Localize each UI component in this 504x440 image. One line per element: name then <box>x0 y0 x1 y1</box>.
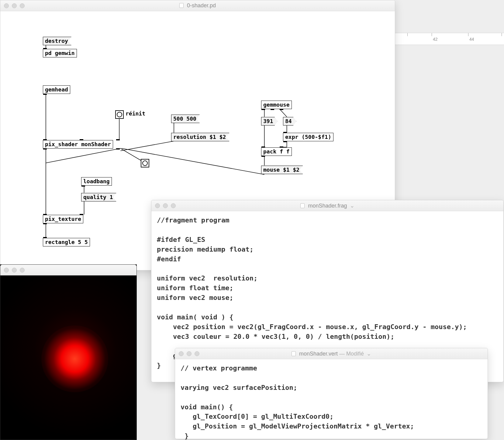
number-mouse-y[interactable]: 84 <box>283 117 296 125</box>
vert-editor-window[interactable]: monShader.vert — Modifié ⌄ // vertex pro… <box>175 348 488 439</box>
bang-reinit[interactable] <box>115 110 124 119</box>
obj-rectangle[interactable]: rectangle 5 5 <box>43 238 90 246</box>
gem-output-window[interactable] <box>0 264 137 440</box>
window-close[interactable] <box>155 203 160 208</box>
obj-gemhead[interactable]: gemhead <box>43 85 70 94</box>
window-close[interactable] <box>4 268 9 273</box>
red-glow <box>41 325 108 392</box>
vert-modified-badge: — Modifié <box>339 351 364 357</box>
document-icon <box>179 3 184 8</box>
window-minimize[interactable] <box>12 3 17 8</box>
window-minimize[interactable] <box>163 203 168 208</box>
pd-titlebar[interactable]: 0-shader.pd <box>0 0 395 11</box>
vert-window-title: monShader.vert <box>299 351 338 357</box>
window-zoom[interactable] <box>171 203 176 208</box>
msg-mouse[interactable]: mouse $1 $2 <box>261 166 303 174</box>
obj-pix-shader[interactable]: pix_shader monShader <box>43 140 113 149</box>
document-icon <box>300 203 305 208</box>
window-zoom[interactable] <box>195 351 199 356</box>
gem-titlebar[interactable] <box>0 265 136 276</box>
svg-line-4 <box>120 141 174 151</box>
ruler-strip: 42 44 <box>395 33 504 45</box>
window-minimize[interactable] <box>12 268 17 273</box>
ruler-tick-label: 42 <box>433 37 438 42</box>
chevron-down-icon[interactable]: ⌄ <box>350 203 354 209</box>
obj-pack[interactable]: pack f f <box>261 147 292 156</box>
obj-pix-texture[interactable]: pix_texture <box>43 215 83 223</box>
obj-gemmouse[interactable]: gemmouse <box>261 101 292 109</box>
window-close[interactable] <box>179 351 184 356</box>
document-icon <box>292 351 296 356</box>
vert-code[interactable]: // vertex programme varying vec2 surface… <box>175 359 488 440</box>
window-zoom[interactable] <box>20 3 25 8</box>
ruler-tick-label: 44 <box>469 37 474 42</box>
msg-destroy[interactable]: destroy <box>43 37 71 45</box>
number-mouse-x[interactable]: 391 <box>261 117 278 125</box>
msg-quality[interactable]: quality 1 <box>81 193 116 201</box>
bang-reinit-label: réinit <box>126 110 145 117</box>
obj-expr[interactable]: expr (500-$f1) <box>283 133 333 141</box>
svg-line-10 <box>280 109 287 117</box>
obj-pd-gemwin[interactable]: pd gemwin <box>43 49 77 57</box>
bang-shader-out[interactable] <box>141 159 149 167</box>
chevron-down-icon[interactable]: ⌄ <box>367 351 371 357</box>
frag-window-title: monShader.frag <box>308 203 347 209</box>
msg-resolution[interactable]: resolution $1 $2 <box>171 133 229 141</box>
window-minimize[interactable] <box>187 351 192 356</box>
vert-titlebar[interactable]: monShader.vert — Modifié ⌄ <box>175 348 488 359</box>
pd-window-title: 0-shader.pd <box>187 2 216 9</box>
msg-500-500[interactable]: 500 500 <box>171 115 200 123</box>
window-zoom[interactable] <box>20 268 25 273</box>
frag-titlebar[interactable]: monShader.frag ⌄ <box>151 200 503 211</box>
window-close[interactable] <box>4 3 9 8</box>
obj-loadbang[interactable]: loadbang <box>81 177 112 186</box>
svg-line-6 <box>46 148 121 163</box>
